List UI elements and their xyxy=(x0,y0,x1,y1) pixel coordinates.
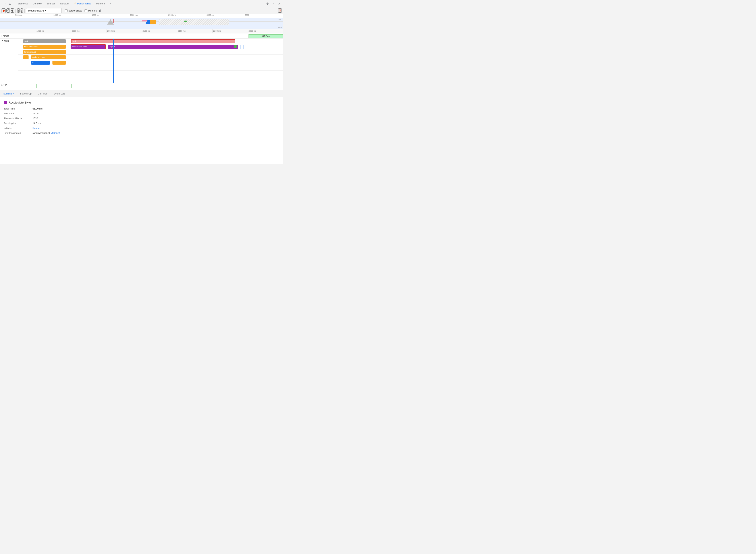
summary-title-row: Recalculate Style xyxy=(4,101,279,104)
tab-summary[interactable]: Summary xyxy=(0,90,17,97)
recalculate-style-label: Recalculate Style xyxy=(72,46,88,48)
gpu-tracks xyxy=(18,83,283,90)
cpu-region-hatched xyxy=(159,19,229,25)
self-time-row: Self Time 19 μs xyxy=(4,112,279,115)
upload-icon: ↑ xyxy=(18,9,19,12)
cpu-pink xyxy=(142,20,147,21)
overview-ruler-ticks: 500 ms 1000 ms 1500 ms 2000 ms 2500 ms 3… xyxy=(0,14,283,16)
ruler-offset xyxy=(0,29,18,33)
capture-settings-button[interactable]: ⚙ xyxy=(278,8,282,13)
pl-block[interactable]: P...L xyxy=(31,61,50,65)
small-yellow-2[interactable] xyxy=(52,61,66,65)
tab-bottom-up[interactable]: Bottom-Up xyxy=(17,90,35,97)
upload-button[interactable]: ↑ xyxy=(17,8,20,13)
track-row-5 xyxy=(18,65,283,70)
task-block-2[interactable]: Task xyxy=(71,39,235,43)
ruler-label-0: 1950 ms xyxy=(36,29,71,33)
gpu-label-col: ▶ GPU xyxy=(0,83,18,90)
cursor-icon[interactable]: ⬚ xyxy=(2,1,7,6)
gpu-label-text: GPU xyxy=(4,84,8,86)
timeline-ruler: 1950 ms 2000 ms 2050 ms 2100 ms 2150 ms … xyxy=(0,29,283,34)
layout-line-2 xyxy=(243,45,244,49)
tab-memory[interactable]: Memory xyxy=(94,0,107,7)
set-inner-html-label: set innerHTML xyxy=(32,56,45,58)
gpu-expand-icon: ▶ xyxy=(2,84,3,86)
tab-memory-label: Memory xyxy=(96,2,105,5)
target-selector[interactable]: jlwagner.net #1 ▾ xyxy=(26,8,61,13)
tab-sources[interactable]: Sources xyxy=(44,0,58,7)
reload-record-button[interactable]: ↺ xyxy=(6,8,10,13)
ruler-tick-4: 2500 ms xyxy=(168,14,207,16)
task-label-1: Task xyxy=(24,40,28,43)
performance-toolbar: ⏺ ↺ ⊘ ↑ ↓ jlwagner.net #1 ▾ Screenshots … xyxy=(0,7,283,14)
overview-content[interactable]: CPU NET xyxy=(0,18,283,29)
section-tracks: Task Task Evaluate Script Recalculate St… xyxy=(18,39,283,83)
tab-performance-label: Performance xyxy=(77,2,91,5)
anonymous-block[interactable]: (anonymous) xyxy=(23,50,66,54)
collapse-icon: ▼ xyxy=(2,40,3,42)
layout-block[interactable]: Layout xyxy=(108,45,238,49)
layout-green-block xyxy=(234,45,237,48)
reload-icon: ↺ xyxy=(7,9,9,12)
set-inner-html-block[interactable]: set innerHTML xyxy=(31,55,66,59)
more-vert-icon: ⋮ xyxy=(272,2,275,5)
inspect-icon[interactable]: ⊡ xyxy=(7,1,13,6)
overview-ruler: 500 ms 1000 ms 1500 ms 2000 ms 2500 ms 3… xyxy=(0,14,283,18)
gpu-label[interactable]: ▶ GPU xyxy=(0,83,18,86)
timeline-ruler-labels: 1950 ms 2000 ms 2050 ms 2100 ms 2150 ms … xyxy=(18,29,283,33)
total-time-row: Total Time 55.20 ms xyxy=(4,107,279,110)
main-label[interactable]: ▼ Main xyxy=(0,39,18,42)
toolbar-sep-3 xyxy=(63,9,63,13)
initiator-row: Initiator Reveal xyxy=(4,127,279,129)
task-block-1[interactable]: Task xyxy=(23,39,66,43)
track-row-2: (anonymous) xyxy=(18,49,283,55)
initiator-reveal-link[interactable]: Reveal xyxy=(33,127,40,129)
tab-event-log[interactable]: Event Log xyxy=(51,90,68,97)
tab-elements-label: Elements xyxy=(18,2,28,5)
memory-checkbox-label[interactable]: Memory xyxy=(85,9,97,12)
close-button[interactable]: ✕ xyxy=(276,1,282,6)
evaluate-script-block[interactable]: Evaluate Script xyxy=(23,45,66,49)
clear-button[interactable]: ⊘ xyxy=(11,8,14,13)
gpu-section: ▶ GPU xyxy=(0,83,283,90)
tab-more[interactable]: » xyxy=(108,0,113,7)
track-row-1: Evaluate Script Recalculate Style Layout xyxy=(18,44,283,49)
memory-checkbox[interactable] xyxy=(85,9,87,12)
tab-elements[interactable]: Elements xyxy=(15,0,30,7)
download-button[interactable]: ↓ xyxy=(20,8,23,13)
bottom-tabs: Summary Bottom-Up Call Tree Event Log xyxy=(0,90,283,97)
close-icon: ✕ xyxy=(278,2,280,5)
frame-block[interactable]: 116.7 ms xyxy=(249,34,283,38)
pending-for-val: 14.5 ms xyxy=(33,122,41,124)
ruler-tick-6: 3500 xyxy=(245,14,283,16)
pending-for-row: Pending for 14.5 ms xyxy=(4,122,279,124)
first-invalidated-val: (anonymous) @ VM262:1 xyxy=(33,132,60,134)
screenshots-checkbox[interactable] xyxy=(65,9,67,12)
main-section: ▼ Main Task Task Evaluate Scrip xyxy=(0,39,283,83)
total-time-key: Total Time xyxy=(4,107,33,110)
first-invalidated-row: First Invalidated (anonymous) @ VM262:1 xyxy=(4,132,279,134)
recalculate-style-block[interactable]: Recalculate Style xyxy=(71,45,106,49)
vm-link[interactable]: VM262:1 xyxy=(50,132,60,134)
selection-line xyxy=(113,39,114,83)
memory-label: Memory xyxy=(88,9,97,12)
first-invalidated-key: First Invalidated xyxy=(4,132,33,134)
self-time-key: Self Time xyxy=(4,112,33,115)
screenshots-checkbox-label[interactable]: Screenshots xyxy=(65,9,82,12)
tab-network[interactable]: Network xyxy=(58,0,71,7)
ruler-label-6: 2250 ms xyxy=(248,29,283,33)
ruler-tick-3: 2000 ms xyxy=(130,14,168,16)
tab-console[interactable]: Console xyxy=(31,0,44,7)
cpu-bar xyxy=(0,19,283,25)
delete-recording-button[interactable]: 🗑 xyxy=(98,8,103,13)
elements-affected-row: Elements Affected 1520 xyxy=(4,117,279,120)
more-options-button[interactable]: ⋮ xyxy=(271,1,276,6)
toolbar-sep-4 xyxy=(190,9,190,13)
track-row-4: P...L xyxy=(18,60,283,65)
small-yellow-block[interactable] xyxy=(23,55,29,59)
record-button[interactable]: ⏺ xyxy=(2,8,5,13)
settings-button[interactable]: ⚙ xyxy=(265,1,270,6)
pl-label: P...L xyxy=(32,61,36,64)
tab-call-tree[interactable]: Call Tree xyxy=(35,90,51,97)
tab-performance[interactable]: ⚠ Performance xyxy=(72,0,93,7)
